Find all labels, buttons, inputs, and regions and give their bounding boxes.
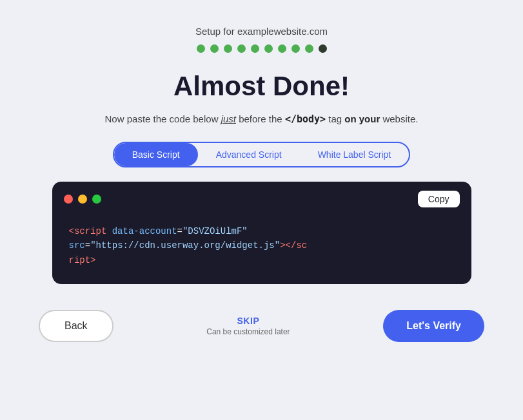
verify-button[interactable]: Let's Verify: [383, 310, 484, 342]
skip-label[interactable]: SKIP: [237, 316, 259, 326]
dot-5: [251, 44, 259, 53]
skip-sub-label: Can be customized later: [206, 327, 290, 336]
footer: Back SKIP Can be customized later Let's …: [0, 310, 523, 342]
dot-1: [197, 44, 205, 53]
progress-dots: [197, 44, 327, 53]
back-button[interactable]: Back: [39, 310, 113, 342]
code-window: Copy <script data-account="DSVZOiUlmF" s…: [52, 182, 471, 284]
copy-button[interactable]: Copy: [418, 191, 460, 207]
dot-2: [210, 44, 219, 53]
maximize-dot: [92, 195, 101, 204]
page-title: Almost Done!: [173, 71, 350, 102]
tab-basic-script[interactable]: Basic Script: [114, 143, 198, 166]
dot-9: [305, 44, 313, 53]
tab-advanced-script[interactable]: Advanced Script: [198, 143, 300, 166]
code-content: <script data-account="DSVZOiUlmF" src="h…: [52, 213, 471, 284]
code-titlebar: Copy: [52, 182, 471, 213]
dot-7: [278, 44, 286, 53]
minimize-dot: [78, 195, 87, 204]
script-tabs: Basic Script Advanced Script White Label…: [113, 142, 410, 167]
dot-6: [264, 44, 273, 53]
skip-area: SKIP Can be customized later: [206, 316, 290, 336]
instruction-text: Now paste the code below just before the…: [105, 113, 419, 125]
tab-white-label-script[interactable]: White Label Script: [300, 143, 410, 166]
traffic-lights: [64, 195, 101, 204]
dot-3: [224, 44, 232, 53]
dot-8: [291, 44, 300, 53]
close-dot: [64, 195, 73, 204]
dot-10: [319, 44, 327, 53]
dot-4: [237, 44, 246, 53]
setup-label: Setup for examplewebsite.com: [195, 26, 328, 37]
